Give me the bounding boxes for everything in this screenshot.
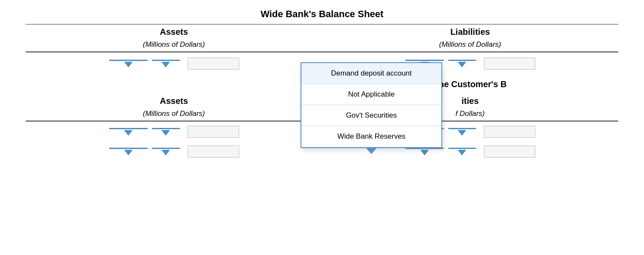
bottom-liabilities-input-2[interactable] bbox=[484, 146, 535, 158]
blue-line-10 bbox=[152, 148, 180, 149]
liabilities-subheader: (Millions of Dollars) bbox=[322, 38, 618, 52]
header-row-1: Assets Liabilities bbox=[26, 24, 618, 38]
bottom-liabilities-line-1b bbox=[448, 128, 476, 136]
blue-line-9 bbox=[109, 148, 148, 149]
dropdown-popup: Demand deposit account Not Applicable Go… bbox=[301, 62, 442, 148]
bottom-assets-input-1[interactable] bbox=[188, 126, 239, 138]
bottom-assets-col-2 bbox=[26, 146, 322, 158]
bottom-assets-line-2b bbox=[152, 148, 180, 155]
bottom-assets-line-1b bbox=[152, 128, 180, 136]
bottom-dropdown-assets-2a[interactable] bbox=[124, 150, 133, 155]
blue-line-4 bbox=[448, 60, 476, 61]
bottom-liabilities-dropdown-2 bbox=[405, 148, 476, 155]
bottom-assets-col-1 bbox=[26, 126, 322, 138]
millions-liabilities-2: f Dollars) bbox=[456, 109, 485, 118]
bottom-assets-dropdown-1 bbox=[109, 128, 180, 136]
bottom-liabilities-line-2a bbox=[405, 148, 444, 155]
bottom-assets-line-2a bbox=[109, 148, 148, 155]
bottom-assets-line-1a bbox=[109, 128, 148, 136]
bottom-dropdown-liab-2a[interactable] bbox=[420, 150, 429, 155]
bottom-liabilities-input-1[interactable] bbox=[484, 126, 535, 138]
blue-line-3 bbox=[405, 60, 444, 61]
dropdown-arrow-assets-1b[interactable] bbox=[161, 62, 170, 67]
dropdown-option-3[interactable]: Gov't Securities bbox=[301, 105, 441, 126]
blue-line-5 bbox=[109, 128, 148, 129]
assets-header-2: Assets bbox=[26, 94, 322, 107]
liabilities-line-group-1b bbox=[448, 60, 476, 67]
assets-line-group-1a bbox=[109, 60, 148, 67]
bottom-dropdown-assets-1b[interactable] bbox=[161, 130, 170, 136]
dropdown-arrow-assets-1a[interactable] bbox=[124, 62, 133, 67]
assets-subheader-2: (Millions of Dollars) bbox=[26, 107, 322, 121]
assets-dropdown-group-1 bbox=[109, 60, 180, 67]
subheader-row-1: (Millions of Dollars) (Millions of Dolla… bbox=[26, 38, 618, 52]
assets-input-1[interactable] bbox=[188, 58, 239, 70]
dropdown-arrow-liab-1b[interactable] bbox=[458, 62, 466, 67]
popup-arrow-down bbox=[365, 147, 377, 154]
bottom-dropdown-assets-2b[interactable] bbox=[161, 150, 170, 155]
bottom-assets-input-2[interactable] bbox=[188, 146, 239, 158]
dropdown-option-2[interactable]: Not Applicable bbox=[301, 84, 441, 105]
bottom-liabilities-line-2b bbox=[448, 148, 476, 155]
liabilities-input-1[interactable] bbox=[484, 58, 535, 70]
dropdown-option-1[interactable]: Demand deposit account bbox=[301, 63, 441, 84]
assets-data-col-1 bbox=[26, 58, 322, 70]
assets-header: Assets bbox=[26, 24, 322, 38]
dropdown-option-4[interactable]: Wide Bank Reserves bbox=[301, 126, 441, 147]
bottom-dropdown-assets-1a[interactable] bbox=[124, 130, 133, 136]
assets-line-group-1b bbox=[152, 60, 180, 67]
bottom-dropdown-liab-1b[interactable] bbox=[458, 130, 466, 136]
page-container: Wide Bank's Balance Sheet Assets Liabili… bbox=[0, 0, 644, 255]
main-title: Wide Bank's Balance Sheet bbox=[26, 9, 618, 20]
liabilities-label-2: ities bbox=[462, 96, 479, 106]
blue-line-8 bbox=[448, 128, 476, 129]
customer-label: The Customer's B bbox=[434, 79, 507, 89]
bottom-assets-dropdown-2 bbox=[109, 148, 180, 155]
blue-line-6 bbox=[152, 128, 180, 129]
blue-line-1 bbox=[109, 60, 148, 61]
bottom-dropdown-liab-2b[interactable] bbox=[458, 150, 466, 155]
liabilities-header: Liabilities bbox=[322, 24, 618, 38]
blue-line-12 bbox=[448, 148, 476, 149]
assets-subheader: (Millions of Dollars) bbox=[26, 38, 322, 52]
blue-line-2 bbox=[152, 60, 180, 61]
